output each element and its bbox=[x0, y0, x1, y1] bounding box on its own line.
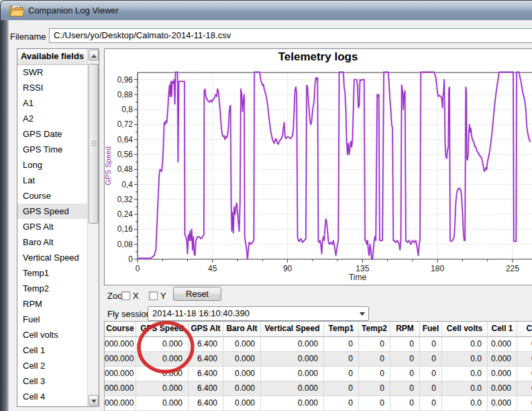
table-cell: 0.000 bbox=[136, 381, 189, 396]
column-header-gps-speed[interactable]: GPS Speed bbox=[136, 322, 189, 337]
svg-text:0,64: 0,64 bbox=[117, 135, 134, 144]
fly-sessions-dropdown[interactable]: 2014-11-18 16:10:40.390 bbox=[148, 306, 369, 321]
filename-label: Filename bbox=[10, 32, 46, 42]
table-cell: 0.000 bbox=[517, 381, 532, 396]
zoom-x-checkbox[interactable] bbox=[121, 291, 130, 300]
svg-text:0: 0 bbox=[128, 255, 133, 264]
available-fields-list: Available fields SWRRSSIA1A2GPS DateGPS … bbox=[17, 48, 99, 407]
table-row[interactable]: 000.0000.0006.4000.0000.00000000.00.0000… bbox=[105, 367, 532, 381]
zoom-y-checkbox[interactable] bbox=[149, 291, 158, 300]
table-cell: 000.000 bbox=[105, 396, 136, 411]
telemetry-chart[interactable]: 00,080,160,240,320,40,480,560,640,720,80… bbox=[104, 48, 532, 285]
sidebar-item-course[interactable]: Course bbox=[17, 188, 87, 203]
filename-input[interactable]: C:/Users/yo/Desktop/Calmato-2014-11-18.c… bbox=[49, 28, 532, 43]
table-cell: 0 bbox=[324, 396, 359, 411]
column-header-cell-2[interactable]: Cell 2 bbox=[517, 322, 532, 337]
sidebar-item-lat[interactable]: Lat bbox=[17, 173, 87, 188]
sidebar-item-rssi[interactable]: RSSI bbox=[17, 80, 87, 95]
table-cell: 0 bbox=[420, 352, 442, 367]
arrow-up-icon bbox=[91, 54, 97, 58]
column-header-fuel[interactable]: Fuel bbox=[420, 322, 442, 337]
sidebar-item-long[interactable]: Long bbox=[17, 157, 87, 173]
sidebar-item-cell-3[interactable]: Cell 3 bbox=[17, 373, 87, 389]
table-cell: 0.000 bbox=[261, 337, 324, 352]
fly-sessions-value: 2014-11-18 16:10:40.390 bbox=[152, 308, 250, 318]
table-cell: 0.000 bbox=[136, 396, 189, 411]
sidebar-item-gps-time[interactable]: GPS Time bbox=[17, 142, 87, 157]
table-cell: 0.000 bbox=[488, 367, 517, 381]
sidebar-item-rpm[interactable]: RPM bbox=[17, 296, 87, 312]
sidebar-item-fuel[interactable]: Fuel bbox=[17, 312, 87, 327]
table-cell: 6.400 bbox=[189, 367, 223, 381]
scroll-up-button[interactable] bbox=[89, 50, 99, 60]
table-cell: 0.000 bbox=[517, 337, 532, 352]
svg-text:0,32: 0,32 bbox=[117, 195, 134, 204]
svg-text:0,24: 0,24 bbox=[117, 210, 134, 219]
table-header-row: CourseGPS SpeedGPS AltBaro AltVertical S… bbox=[105, 322, 532, 337]
table-cell: 0.000 bbox=[136, 367, 189, 381]
svg-text:0,16: 0,16 bbox=[117, 224, 134, 234]
sidebar-item-temp1[interactable]: Temp1 bbox=[17, 265, 87, 281]
dropdown-arrow-button[interactable] bbox=[356, 307, 368, 320]
scrollbar-thumb[interactable] bbox=[89, 64, 99, 224]
sidebar-item-cell-2[interactable]: Cell 2 bbox=[17, 358, 87, 373]
table-cell: 6.400 bbox=[189, 396, 223, 411]
column-header-temp1[interactable]: Temp1 bbox=[324, 322, 359, 337]
sidebar-item-gps-date[interactable]: GPS Date bbox=[17, 126, 87, 142]
table-cell: 0.000 bbox=[261, 381, 324, 396]
table-cell: 0.0 bbox=[442, 352, 488, 367]
table-cell: 6.400 bbox=[189, 352, 223, 367]
sidebar-item-swr[interactable]: SWR bbox=[17, 64, 87, 80]
sidebar-item-cell-5[interactable]: Cell 5 bbox=[17, 404, 87, 406]
sidebar-item-gps-speed[interactable]: GPS Speed bbox=[17, 203, 87, 219]
column-header-gps-alt[interactable]: GPS Alt bbox=[189, 322, 223, 337]
table-cell: 0.000 bbox=[488, 381, 517, 396]
table-cell: 0 bbox=[324, 381, 359, 396]
chart-title: Telemetry logs bbox=[104, 50, 532, 64]
table-cell: 6.400 bbox=[189, 381, 223, 396]
svg-text:45: 45 bbox=[208, 264, 217, 273]
reset-button[interactable]: Reset bbox=[173, 287, 221, 301]
sidebar-item-temp2[interactable]: Temp2 bbox=[17, 281, 87, 296]
table-row[interactable]: 000.0000.0006.4000.0000.00000000.00.0000… bbox=[105, 381, 532, 396]
column-header-baro-alt[interactable]: Baro Alt bbox=[223, 322, 261, 337]
sidebar-item-cell-1[interactable]: Cell 1 bbox=[17, 342, 87, 358]
sidebar-item-a2[interactable]: A2 bbox=[17, 111, 87, 126]
table-cell: 000.000 bbox=[105, 337, 136, 352]
title-bar[interactable]: Companion Log Viewer bbox=[0, 0, 532, 20]
zoom-x-label: X bbox=[133, 291, 139, 301]
table-row[interactable]: 000.0000.0006.4000.0000.00000000.00.0000… bbox=[105, 352, 532, 367]
column-header-temp2[interactable]: Temp2 bbox=[359, 322, 390, 337]
window-left-border bbox=[0, 20, 9, 411]
svg-text:0,56: 0,56 bbox=[117, 150, 134, 159]
column-header-vertical-speed[interactable]: Vertical Speed bbox=[261, 322, 324, 337]
fields-scrollbar[interactable] bbox=[87, 49, 99, 406]
table-cell: 0 bbox=[324, 337, 359, 352]
table-cell: 0.000 bbox=[223, 337, 261, 352]
column-header-rpm[interactable]: RPM bbox=[390, 322, 420, 337]
column-header-cell-volts[interactable]: Cell volts bbox=[442, 322, 488, 337]
table-cell: 000.000 bbox=[105, 381, 136, 396]
table-cell: 0 bbox=[420, 337, 442, 352]
svg-text:0,08: 0,08 bbox=[117, 240, 134, 249]
scroll-down-button[interactable] bbox=[89, 395, 99, 406]
sidebar-item-gps-alt[interactable]: GPS Alt bbox=[17, 219, 87, 234]
sidebar-item-cell-volts[interactable]: Cell volts bbox=[17, 327, 87, 342]
table-cell: 000.000 bbox=[105, 367, 136, 381]
table-cell: 0.000 bbox=[261, 396, 324, 411]
svg-text:90: 90 bbox=[283, 264, 292, 273]
sidebar-item-vertical-speed[interactable]: Vertical Speed bbox=[17, 250, 87, 265]
svg-text:0,48: 0,48 bbox=[117, 165, 134, 174]
sidebar-item-cell-4[interactable]: Cell 4 bbox=[17, 389, 87, 404]
column-header-course[interactable]: Course bbox=[105, 322, 136, 337]
field-list: SWRRSSIA1A2GPS DateGPS TimeLongLatCourse… bbox=[17, 64, 87, 406]
table-cell: 0 bbox=[324, 352, 359, 367]
table-cell: 0 bbox=[420, 381, 442, 396]
column-header-cell-1[interactable]: Cell 1 bbox=[488, 322, 517, 337]
sidebar-item-baro-alt[interactable]: Baro Alt bbox=[17, 234, 87, 250]
svg-text:225: 225 bbox=[506, 264, 519, 273]
table-row[interactable]: 000.0000.0006.4000.0000.00000000.00.0000… bbox=[105, 337, 532, 352]
table-row[interactable]: 000.0000.0006.4000.0000.00000000.00.0000… bbox=[105, 396, 532, 411]
table-cell: 0 bbox=[359, 352, 390, 367]
sidebar-item-a1[interactable]: A1 bbox=[17, 95, 87, 111]
